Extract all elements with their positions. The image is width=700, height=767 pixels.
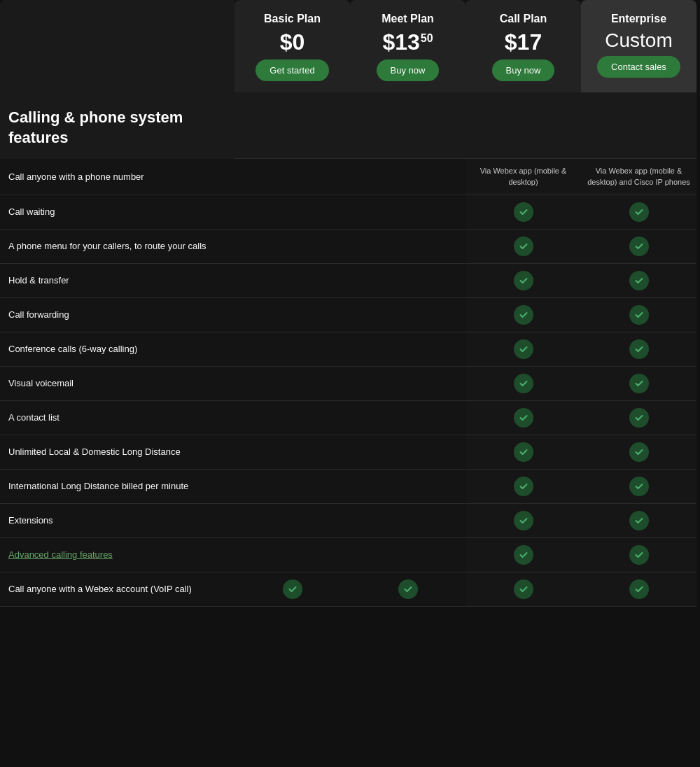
plan-name-meet: Meet Plan	[382, 13, 434, 25]
feature-label-1: Call waiting	[0, 195, 234, 230]
check-icon	[514, 202, 533, 222]
plan-name-call: Call Plan	[500, 13, 547, 25]
feature-label-6: Visual voicemail	[0, 367, 234, 401]
feature-cell-basic-12	[234, 572, 350, 607]
feature-cell-meet-1	[350, 195, 465, 230]
section-empty-call	[465, 92, 581, 159]
check-icon	[514, 408, 533, 428]
feature-label-0: Call anyone with a phone number	[0, 159, 234, 195]
check-icon	[514, 511, 533, 530]
feature-cell-enterprise-4	[581, 298, 696, 332]
contact-sales-button[interactable]: Contact sales	[597, 56, 680, 78]
feature-label-11[interactable]: Advanced calling features	[0, 538, 234, 572]
section-empty-meet	[350, 92, 465, 159]
check-icon	[629, 237, 649, 256]
feature-cell-call-10	[465, 504, 581, 538]
check-icon	[398, 579, 418, 599]
check-icon	[514, 339, 533, 359]
feature-cell-enterprise-5	[581, 332, 696, 367]
feature-cell-meet-4	[350, 298, 465, 332]
plan-price-meet: $1350	[382, 29, 433, 55]
feature-cell-enterprise-2	[581, 230, 696, 264]
feature-label-7: A contact list	[0, 401, 234, 435]
get-started-button[interactable]: Get started	[255, 59, 328, 81]
feature-cell-call-2	[465, 230, 581, 264]
check-icon	[514, 477, 533, 496]
feature-cell-meet-5	[350, 332, 465, 367]
feature-cell-basic-9	[234, 470, 350, 504]
feature-cell-meet-3	[350, 264, 465, 298]
feature-cell-meet-11	[350, 538, 465, 572]
plan-header-call: Call Plan $17 Buy now	[465, 0, 581, 92]
feature-cell-basic-4	[234, 298, 350, 332]
check-icon	[629, 408, 649, 428]
plan-header-meet: Meet Plan $1350 Buy now	[350, 0, 465, 92]
feature-cell-call-text-0: Via Webex app (mobile & desktop)	[471, 166, 575, 188]
feature-cell-enterprise-1	[581, 195, 696, 230]
section-title-cell: Calling & phone system features	[0, 92, 234, 159]
feature-cell-call-4	[465, 298, 581, 332]
header-spacer	[0, 0, 234, 92]
feature-cell-meet-8	[350, 435, 465, 470]
feature-label-5: Conference calls (6-way calling)	[0, 332, 234, 367]
plan-name-basic: Basic Plan	[264, 13, 321, 25]
plan-header-basic: Basic Plan $0 Get started	[234, 0, 350, 92]
check-icon	[629, 477, 649, 496]
feature-cell-basic-0	[234, 159, 350, 195]
check-icon	[629, 545, 649, 565]
feature-cell-enterprise-6	[581, 367, 696, 401]
pricing-table: Basic Plan $0 Get started Meet Plan $135…	[0, 0, 700, 607]
check-icon	[514, 579, 533, 599]
check-icon	[514, 271, 533, 290]
feature-cell-call-6	[465, 367, 581, 401]
check-icon	[514, 545, 533, 565]
plan-price-basic: $0	[280, 29, 305, 55]
feature-cell-meet-12	[350, 572, 465, 607]
feature-cell-call-0: Via Webex app (mobile & desktop)	[465, 159, 581, 195]
feature-label-4: Call forwarding	[0, 298, 234, 332]
plan-price-enterprise: Custom	[605, 29, 672, 52]
feature-cell-call-9	[465, 470, 581, 504]
plan-price-call: $17	[505, 29, 542, 55]
feature-cell-enterprise-12	[581, 572, 696, 607]
section-header-row: Calling & phone system features	[0, 92, 696, 159]
feature-label-3: Hold & transfer	[0, 264, 234, 298]
check-icon	[283, 579, 302, 599]
feature-label-12: Call anyone with a Webex account (VoIP c…	[0, 572, 234, 607]
feature-cell-meet-0	[350, 159, 465, 195]
feature-label-10: Extensions	[0, 504, 234, 538]
feature-label-8: Unlimited Local & Domestic Long Distance	[0, 435, 234, 470]
buy-now-call-button[interactable]: Buy now	[492, 59, 555, 81]
feature-cell-call-11	[465, 538, 581, 572]
feature-cell-call-7	[465, 401, 581, 435]
feature-cell-call-3	[465, 264, 581, 298]
feature-cell-basic-2	[234, 230, 350, 264]
feature-cell-meet-10	[350, 504, 465, 538]
feature-cell-enterprise-7	[581, 401, 696, 435]
feature-cell-meet-2	[350, 230, 465, 264]
check-icon	[629, 374, 649, 393]
feature-cell-enterprise-9	[581, 470, 696, 504]
check-icon	[629, 339, 649, 359]
feature-cell-enterprise-8	[581, 435, 696, 470]
feature-cell-basic-8	[234, 435, 350, 470]
check-icon	[514, 442, 533, 462]
check-icon	[514, 374, 533, 393]
check-icon	[629, 579, 649, 599]
feature-cell-enterprise-11	[581, 538, 696, 572]
feature-cell-enterprise-3	[581, 264, 696, 298]
section-empty-basic	[234, 92, 350, 159]
feature-cell-call-12	[465, 572, 581, 607]
feature-cell-call-8	[465, 435, 581, 470]
feature-cell-meet-7	[350, 401, 465, 435]
buy-now-meet-button[interactable]: Buy now	[377, 59, 440, 81]
feature-cell-enterprise-10	[581, 504, 696, 538]
section-empty-enterprise	[581, 92, 696, 159]
feature-cell-call-5	[465, 332, 581, 367]
feature-cell-basic-6	[234, 367, 350, 401]
check-icon	[629, 271, 649, 290]
check-icon	[629, 305, 649, 325]
section-title: Calling & phone system features	[8, 108, 226, 148]
feature-cell-basic-3	[234, 264, 350, 298]
feature-cell-meet-9	[350, 470, 465, 504]
